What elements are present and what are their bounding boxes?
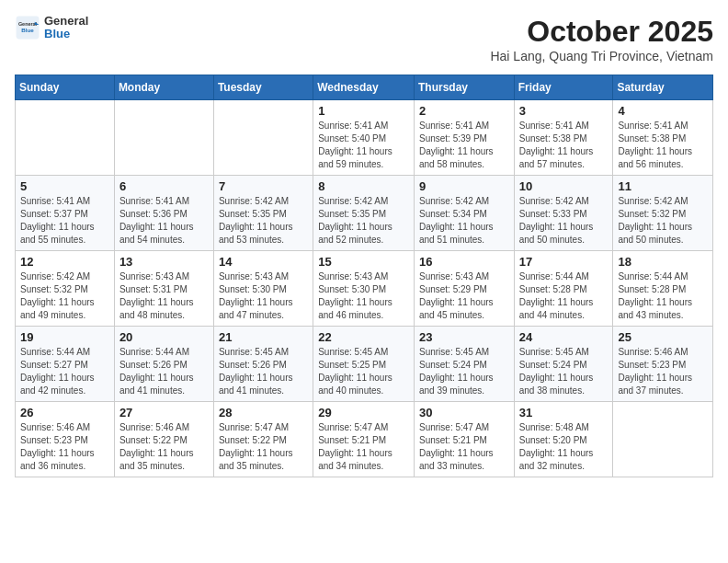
day-number: 24 (519, 330, 609, 344)
day-header-friday: Friday (514, 75, 613, 100)
week-row-2: 5Sunrise: 5:41 AM Sunset: 5:37 PM Daylig… (16, 176, 713, 251)
cell-content: Sunrise: 5:45 AM Sunset: 5:24 PM Dayligh… (419, 346, 509, 397)
calendar-cell: 4Sunrise: 5:41 AM Sunset: 5:38 PM Daylig… (613, 100, 713, 176)
cell-content: Sunrise: 5:41 AM Sunset: 5:40 PM Dayligh… (318, 120, 409, 171)
calendar-cell: 3Sunrise: 5:41 AM Sunset: 5:38 PM Daylig… (514, 100, 613, 176)
calendar-cell: 14Sunrise: 5:43 AM Sunset: 5:30 PM Dayli… (213, 251, 313, 327)
svg-text:General: General (18, 22, 38, 28)
cell-content: Sunrise: 5:44 AM Sunset: 5:28 PM Dayligh… (519, 270, 609, 322)
cell-content: Sunrise: 5:42 AM Sunset: 5:35 PM Dayligh… (219, 195, 308, 247)
location-subtitle: Hai Lang, Quang Tri Province, Vietnam (490, 49, 713, 63)
logo-general: General (44, 15, 88, 28)
week-row-3: 12Sunrise: 5:42 AM Sunset: 5:32 PM Dayli… (16, 251, 713, 327)
calendar-cell: 16Sunrise: 5:43 AM Sunset: 5:29 PM Dayli… (414, 251, 514, 327)
day-number: 10 (519, 179, 609, 193)
day-number: 16 (419, 255, 509, 269)
cell-content: Sunrise: 5:46 AM Sunset: 5:23 PM Dayligh… (20, 421, 109, 473)
cell-content: Sunrise: 5:41 AM Sunset: 5:36 PM Dayligh… (119, 195, 209, 247)
calendar-cell: 1Sunrise: 5:41 AM Sunset: 5:40 PM Daylig… (313, 100, 415, 176)
calendar-cell: 15Sunrise: 5:43 AM Sunset: 5:30 PM Dayli… (313, 251, 415, 327)
day-number: 13 (119, 255, 209, 269)
day-number: 4 (618, 104, 708, 118)
logo-text: General Blue (44, 15, 88, 41)
day-number: 30 (419, 406, 509, 419)
calendar-cell: 6Sunrise: 5:41 AM Sunset: 5:36 PM Daylig… (114, 176, 213, 251)
week-row-5: 26Sunrise: 5:46 AM Sunset: 5:23 PM Dayli… (16, 402, 713, 477)
cell-content: Sunrise: 5:43 AM Sunset: 5:31 PM Dayligh… (119, 270, 209, 322)
calendar-cell: 31Sunrise: 5:48 AM Sunset: 5:20 PM Dayli… (514, 402, 613, 477)
day-number: 3 (519, 104, 609, 118)
calendar-cell: 26Sunrise: 5:46 AM Sunset: 5:23 PM Dayli… (16, 402, 115, 477)
calendar-cell: 17Sunrise: 5:44 AM Sunset: 5:28 PM Dayli… (514, 251, 613, 327)
day-header-tuesday: Tuesday (213, 75, 313, 100)
day-header-monday: Monday (114, 75, 213, 100)
month-title: October 2025 (490, 15, 713, 49)
day-number: 8 (318, 179, 409, 193)
cell-content: Sunrise: 5:42 AM Sunset: 5:34 PM Dayligh… (419, 195, 509, 247)
calendar-cell: 10Sunrise: 5:42 AM Sunset: 5:33 PM Dayli… (514, 176, 613, 251)
svg-text:Blue: Blue (21, 28, 34, 34)
day-number: 25 (618, 330, 708, 344)
day-number: 20 (119, 330, 209, 344)
week-row-1: 1Sunrise: 5:41 AM Sunset: 5:40 PM Daylig… (16, 100, 713, 176)
calendar-cell: 30Sunrise: 5:47 AM Sunset: 5:21 PM Dayli… (414, 402, 514, 477)
calendar-cell: 21Sunrise: 5:45 AM Sunset: 5:26 PM Dayli… (213, 327, 313, 402)
cell-content: Sunrise: 5:45 AM Sunset: 5:26 PM Dayligh… (219, 346, 308, 397)
cell-content: Sunrise: 5:47 AM Sunset: 5:21 PM Dayligh… (419, 421, 509, 473)
day-number: 12 (20, 255, 109, 269)
logo-blue: Blue (44, 28, 88, 40)
cell-content: Sunrise: 5:45 AM Sunset: 5:24 PM Dayligh… (519, 346, 609, 397)
cell-content: Sunrise: 5:45 AM Sunset: 5:25 PM Dayligh… (318, 346, 409, 397)
day-number: 29 (318, 406, 409, 419)
day-number: 1 (318, 104, 409, 118)
cell-content: Sunrise: 5:44 AM Sunset: 5:27 PM Dayligh… (20, 346, 109, 397)
day-number: 23 (419, 330, 509, 344)
week-row-4: 19Sunrise: 5:44 AM Sunset: 5:27 PM Dayli… (16, 327, 713, 402)
day-number: 17 (519, 255, 609, 269)
day-number: 9 (419, 179, 509, 193)
calendar-cell: 8Sunrise: 5:42 AM Sunset: 5:35 PM Daylig… (313, 176, 415, 251)
day-number: 14 (219, 255, 308, 269)
calendar-cell: 25Sunrise: 5:46 AM Sunset: 5:23 PM Dayli… (613, 327, 713, 402)
calendar-cell: 12Sunrise: 5:42 AM Sunset: 5:32 PM Dayli… (16, 251, 115, 327)
calendar-cell (114, 100, 213, 176)
cell-content: Sunrise: 5:43 AM Sunset: 5:30 PM Dayligh… (318, 270, 409, 322)
cell-content: Sunrise: 5:47 AM Sunset: 5:22 PM Dayligh… (219, 421, 308, 473)
day-number: 28 (219, 406, 308, 419)
day-number: 18 (618, 255, 708, 269)
calendar-cell: 20Sunrise: 5:44 AM Sunset: 5:26 PM Dayli… (114, 327, 213, 402)
day-number: 22 (318, 330, 409, 344)
day-header-wednesday: Wednesday (313, 75, 415, 100)
cell-content: Sunrise: 5:42 AM Sunset: 5:32 PM Dayligh… (20, 270, 109, 322)
calendar-cell (16, 100, 115, 176)
day-header-sunday: Sunday (16, 75, 115, 100)
calendar-cell: 28Sunrise: 5:47 AM Sunset: 5:22 PM Dayli… (213, 402, 313, 477)
day-header-saturday: Saturday (613, 75, 713, 100)
calendar-cell: 22Sunrise: 5:45 AM Sunset: 5:25 PM Dayli… (313, 327, 415, 402)
cell-content: Sunrise: 5:41 AM Sunset: 5:37 PM Dayligh… (20, 195, 109, 247)
day-number: 5 (20, 179, 109, 193)
cell-content: Sunrise: 5:48 AM Sunset: 5:20 PM Dayligh… (519, 421, 609, 473)
cell-content: Sunrise: 5:41 AM Sunset: 5:38 PM Dayligh… (519, 120, 609, 171)
title-area: October 2025 Hai Lang, Quang Tri Provinc… (490, 15, 713, 63)
cell-content: Sunrise: 5:42 AM Sunset: 5:33 PM Dayligh… (519, 195, 609, 247)
calendar-cell: 24Sunrise: 5:45 AM Sunset: 5:24 PM Dayli… (514, 327, 613, 402)
day-number: 19 (20, 330, 109, 344)
cell-content: Sunrise: 5:43 AM Sunset: 5:29 PM Dayligh… (419, 270, 509, 322)
day-number: 7 (219, 179, 308, 193)
cell-content: Sunrise: 5:44 AM Sunset: 5:26 PM Dayligh… (119, 346, 209, 397)
calendar-cell (613, 402, 713, 477)
calendar-cell: 23Sunrise: 5:45 AM Sunset: 5:24 PM Dayli… (414, 327, 514, 402)
header: General Blue General Blue October 2025 H… (15, 15, 713, 63)
calendar-cell: 18Sunrise: 5:44 AM Sunset: 5:28 PM Dayli… (613, 251, 713, 327)
calendar-cell: 5Sunrise: 5:41 AM Sunset: 5:37 PM Daylig… (16, 176, 115, 251)
day-number: 27 (119, 406, 209, 419)
cell-content: Sunrise: 5:46 AM Sunset: 5:22 PM Dayligh… (119, 421, 209, 473)
cell-content: Sunrise: 5:43 AM Sunset: 5:30 PM Dayligh… (219, 270, 308, 322)
day-number: 15 (318, 255, 409, 269)
cell-content: Sunrise: 5:46 AM Sunset: 5:23 PM Dayligh… (618, 346, 708, 397)
calendar-cell: 7Sunrise: 5:42 AM Sunset: 5:35 PM Daylig… (213, 176, 313, 251)
calendar-cell (213, 100, 313, 176)
logo: General Blue General Blue (15, 15, 88, 41)
day-number: 6 (119, 179, 209, 193)
